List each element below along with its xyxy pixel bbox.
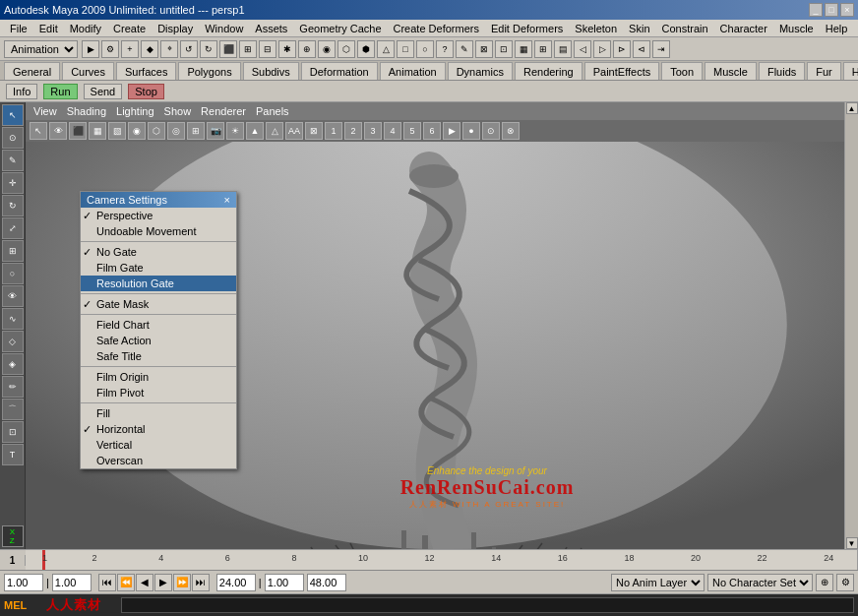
toolbar-btn-5[interactable]: ⌖	[160, 40, 178, 58]
camera-menu-perspective[interactable]: Perspective	[81, 208, 236, 223]
vp-btn-hide[interactable]: 👁	[49, 122, 67, 140]
vp-btn-shading2[interactable]: ▧	[108, 122, 126, 140]
toolbar-btn-14[interactable]: ⬡	[337, 40, 355, 58]
step-forward-button[interactable]: ⏩	[173, 574, 191, 591]
vp-btn-shadow[interactable]: ▲	[246, 122, 264, 140]
menu-character[interactable]: Character	[714, 23, 773, 34]
camera-menu-fill[interactable]: Fill	[81, 405, 236, 421]
scroll-up-button[interactable]: ▲	[846, 102, 858, 114]
toolbar-btn-10[interactable]: ⊟	[259, 40, 276, 58]
close-button[interactable]: ×	[840, 3, 854, 17]
anim-layer-select[interactable]: No Anim Layer	[611, 574, 705, 591]
vp-btn-light[interactable]: ☀	[226, 122, 244, 140]
toolbar-btn-18[interactable]: ○	[416, 40, 434, 58]
camera-menu-overscan[interactable]: Overscan	[81, 453, 236, 468]
toolbar-btn-23[interactable]: ▦	[515, 40, 532, 58]
vp-menu-lighting[interactable]: Lighting	[112, 105, 158, 117]
tool-soft[interactable]: ○	[2, 263, 24, 284]
toolbar-btn-6[interactable]: ↺	[180, 40, 198, 58]
vp-btn-grid[interactable]: ⊞	[187, 122, 205, 140]
vp-btn-camera[interactable]: 📷	[207, 122, 224, 140]
end-frame-field[interactable]	[216, 574, 256, 591]
menu-edit[interactable]: Edit	[33, 23, 64, 34]
vp-btn-res1[interactable]: 1	[325, 122, 342, 140]
stop-button[interactable]: Stop	[128, 84, 164, 99]
toolbar-btn-27[interactable]: ▷	[593, 40, 611, 58]
camera-settings-close-icon[interactable]: ×	[224, 194, 230, 206]
play-back-button[interactable]: ◀	[136, 574, 153, 591]
toolbar-btn-21[interactable]: ⊠	[475, 40, 493, 58]
toolbar-btn-3[interactable]: +	[121, 40, 139, 58]
tab-surfaces[interactable]: Surfaces	[116, 62, 176, 80]
vp-btn-aa[interactable]: AA	[285, 122, 303, 140]
play-forward-button[interactable]: ▶	[154, 574, 172, 591]
tool-pencil[interactable]: ✏	[2, 376, 24, 398]
toolbar-btn-22[interactable]: ⊡	[495, 40, 513, 58]
scroll-down-button[interactable]: ▼	[846, 537, 858, 549]
vp-btn-shading1[interactable]: ▦	[89, 122, 106, 140]
menu-window[interactable]: Window	[199, 23, 249, 34]
current-time-field[interactable]	[4, 574, 43, 591]
tool-arc[interactable]: ⌒	[2, 399, 24, 420]
vp-btn-res4[interactable]: 4	[384, 122, 401, 140]
toolbar-btn-20[interactable]: ✎	[456, 40, 473, 58]
tab-curves[interactable]: Curves	[62, 62, 114, 80]
mel-input[interactable]	[121, 597, 854, 613]
menu-file[interactable]: File	[4, 23, 33, 34]
toolbar-btn-13[interactable]: ◉	[318, 40, 336, 58]
toolbar-btn-16[interactable]: △	[377, 40, 395, 58]
tool-cv[interactable]: ◇	[2, 331, 24, 352]
toolbar-btn-19[interactable]: ?	[436, 40, 454, 58]
send-button[interactable]: Send	[84, 84, 123, 99]
camera-menu-gate-mask[interactable]: Gate Mask	[81, 296, 236, 312]
info-button[interactable]: Info	[6, 84, 37, 99]
tool-text[interactable]: T	[2, 444, 24, 465]
tool-lasso[interactable]: ⊙	[2, 127, 24, 149]
vp-btn-snap[interactable]: ⊙	[482, 122, 500, 140]
tab-general[interactable]: General	[4, 62, 60, 80]
tab-subdivs[interactable]: Subdivs	[243, 62, 299, 80]
tab-fluids[interactable]: Fluids	[759, 62, 805, 80]
step-back-button[interactable]: ⏪	[117, 574, 135, 591]
vp-btn-rel[interactable]: ⊗	[502, 122, 520, 140]
viewport[interactable]: View Shading Lighting Show Renderer Pane…	[26, 102, 844, 549]
range-start-field[interactable]	[265, 574, 304, 591]
right-scrollbar[interactable]: ▲ ▼	[844, 102, 858, 549]
vp-btn-ambient[interactable]: △	[266, 122, 283, 140]
camera-menu-resolution-gate[interactable]: Resolution Gate	[81, 276, 236, 291]
menu-modify[interactable]: Modify	[64, 23, 107, 34]
tool-show[interactable]: 👁	[2, 285, 24, 307]
timeline[interactable]: 1 1 2 4 6 8 10 12 14 16 18 20 22 24	[0, 549, 858, 571]
vp-menu-shading[interactable]: Shading	[63, 105, 110, 117]
tab-toon[interactable]: Toon	[661, 62, 703, 80]
camera-menu-safe-action[interactable]: Safe Action	[81, 333, 236, 348]
menu-skeleton[interactable]: Skeleton	[569, 23, 623, 34]
vp-menu-show[interactable]: Show	[160, 105, 196, 117]
toolbar-btn-12[interactable]: ⊕	[298, 40, 316, 58]
minimize-button[interactable]: _	[809, 3, 823, 17]
menu-muscle[interactable]: Muscle	[773, 23, 820, 34]
menu-create[interactable]: Create	[107, 23, 152, 34]
settings-button[interactable]: ⚙	[836, 574, 854, 591]
camera-menu-no-gate[interactable]: No Gate	[81, 244, 236, 260]
camera-settings-title[interactable]: Camera Settings ×	[81, 192, 236, 208]
tool-rotate[interactable]: ↻	[2, 195, 24, 216]
tool-ep[interactable]: ◈	[2, 353, 24, 375]
camera-menu-vertical[interactable]: Vertical	[81, 437, 236, 453]
char-set-select[interactable]: No Character Set	[707, 574, 813, 591]
menu-constrain[interactable]: Constrain	[656, 23, 714, 34]
tool-bi[interactable]: ⊡	[2, 421, 24, 443]
toolbar-btn-29[interactable]: ⊲	[633, 40, 650, 58]
vp-btn-res5[interactable]: 5	[403, 122, 421, 140]
vp-btn-record[interactable]: ●	[462, 122, 480, 140]
vp-btn-iso[interactable]: ⊠	[305, 122, 323, 140]
vp-btn-wire[interactable]: ⬡	[148, 122, 165, 140]
toolbar-btn-4[interactable]: ◆	[141, 40, 158, 58]
vp-menu-view[interactable]: View	[30, 105, 61, 117]
menu-display[interactable]: Display	[152, 23, 199, 34]
tab-deformation[interactable]: Deformation	[301, 62, 378, 80]
vp-btn-res3[interactable]: 3	[364, 122, 382, 140]
camera-menu-safe-title[interactable]: Safe Title	[81, 348, 236, 364]
vp-btn-smooth[interactable]: ◉	[128, 122, 146, 140]
vp-btn-playblast[interactable]: ▶	[443, 122, 460, 140]
